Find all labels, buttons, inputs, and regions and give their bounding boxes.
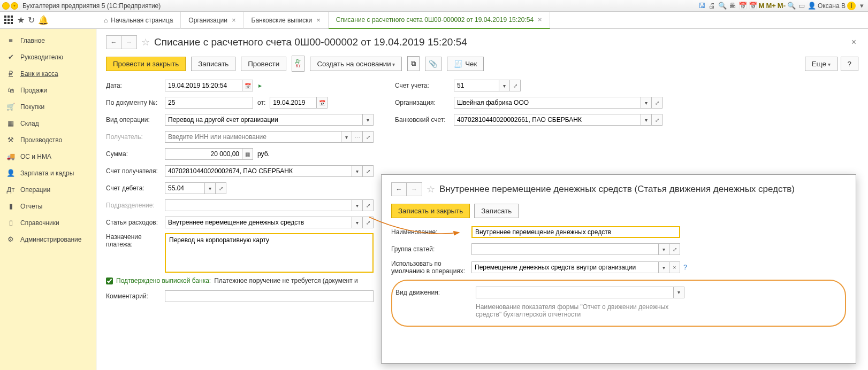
favorite-star-icon[interactable]: ☆ bbox=[141, 36, 150, 48]
open-icon[interactable]: ⤢ bbox=[652, 114, 663, 126]
calendar-icon[interactable]: 📅 bbox=[738, 2, 747, 10]
payee-input[interactable] bbox=[165, 131, 341, 143]
sidebar-item-3[interactable]: 🛍Продажи bbox=[0, 82, 96, 98]
comment-input[interactable] bbox=[165, 290, 374, 302]
close-icon[interactable]: × bbox=[316, 16, 321, 24]
nav-back-button[interactable]: ← bbox=[392, 183, 407, 196]
tab-organizations[interactable]: Организации × bbox=[181, 12, 243, 29]
zoom-icon[interactable]: 🔍 bbox=[787, 2, 796, 10]
docdate-input[interactable] bbox=[270, 97, 317, 109]
open-icon[interactable]: ⤢ bbox=[669, 243, 680, 255]
help-button[interactable]: ? bbox=[841, 57, 858, 71]
sidebar-item-12[interactable]: ⚙Администрирование bbox=[0, 231, 96, 248]
post-button[interactable]: Провести bbox=[241, 57, 286, 71]
dropdown-icon[interactable]: ▾ bbox=[641, 97, 652, 109]
sidebar-item-5[interactable]: ▦Склад bbox=[0, 115, 96, 132]
popup-group-input[interactable] bbox=[471, 243, 659, 255]
close-document-button[interactable]: × bbox=[851, 37, 858, 47]
dropdown-icon[interactable]: ▾ bbox=[659, 243, 669, 255]
tab-home[interactable]: ⌂ Начальная страница bbox=[96, 12, 181, 29]
popup-save-close-button[interactable]: Записать и закрыть bbox=[391, 204, 470, 218]
open-icon[interactable]: ⤢ bbox=[363, 217, 374, 228]
memory-m-icon[interactable]: M bbox=[759, 2, 765, 10]
post-and-close-button[interactable]: Провести и закрыть bbox=[106, 57, 186, 71]
sidebar-item-9[interactable]: ДтОперации bbox=[0, 181, 96, 198]
more-button[interactable]: Еще bbox=[805, 57, 837, 71]
sidebar-item-0[interactable]: ≡Главное bbox=[0, 32, 96, 49]
help-link[interactable]: ? bbox=[683, 264, 687, 271]
info-icon[interactable]: i bbox=[847, 2, 856, 10]
open-icon[interactable]: ⤢ bbox=[652, 97, 663, 109]
account-input[interactable] bbox=[454, 80, 499, 91]
purpose-textarea[interactable] bbox=[165, 233, 374, 273]
dropdown-icon[interactable]: ▾ bbox=[363, 114, 374, 126]
dt-kt-icon[interactable]: ДтКт bbox=[292, 56, 304, 72]
sidebar-item-8[interactable]: 👤Зарплата и кадры bbox=[0, 165, 96, 181]
popup-usedef-input[interactable] bbox=[471, 261, 659, 273]
open-icon[interactable]: ⤢ bbox=[510, 80, 521, 91]
print-icon[interactable]: 🖨 bbox=[708, 2, 717, 10]
debacct-input[interactable] bbox=[165, 182, 205, 194]
dropdown-icon[interactable]: ▾ bbox=[499, 80, 510, 91]
apps-grid-icon[interactable] bbox=[4, 16, 14, 25]
history-icon[interactable]: ↻ bbox=[28, 15, 35, 25]
open-icon[interactable]: ⤢ bbox=[363, 199, 374, 211]
save-button[interactable]: Записать bbox=[191, 57, 235, 71]
bell-icon[interactable]: 🔔 bbox=[38, 15, 49, 25]
calendar-picker-icon[interactable]: 📅 bbox=[317, 97, 328, 109]
sidebar-item-4[interactable]: 🛒Покупки bbox=[0, 98, 96, 115]
calendar2-icon[interactable]: 📅 bbox=[749, 2, 757, 10]
popup-save-button[interactable]: Записать bbox=[474, 204, 519, 218]
docnum-input[interactable] bbox=[165, 97, 253, 109]
open-icon[interactable]: ⤢ bbox=[216, 182, 226, 194]
attachment-icon[interactable]: 📎 bbox=[425, 57, 441, 71]
date-input[interactable] bbox=[165, 80, 242, 91]
sidebar-item-2[interactable]: ₽Банк и касса bbox=[0, 65, 96, 82]
bankacct-input[interactable] bbox=[454, 114, 641, 126]
close-icon[interactable]: × bbox=[232, 16, 236, 24]
sidebar-item-10[interactable]: ▮Отчеты bbox=[0, 198, 96, 214]
dropdown-icon[interactable]: ▾ bbox=[341, 131, 352, 143]
nav-back-button[interactable]: ← bbox=[106, 36, 121, 49]
ellipsis-icon[interactable]: ⋯ bbox=[352, 131, 363, 143]
dropdown-icon[interactable]: ▾ bbox=[352, 199, 363, 211]
dropdown-icon[interactable]: ▾ bbox=[352, 217, 363, 228]
close-icon[interactable]: × bbox=[538, 16, 542, 24]
open-icon[interactable]: ⤢ bbox=[363, 131, 374, 143]
tab-current-document[interactable]: Списание с расчетного счета 0Ш00-000002 … bbox=[329, 12, 550, 29]
print2-icon[interactable]: 🖶 bbox=[728, 2, 737, 10]
dept-input[interactable] bbox=[165, 199, 352, 211]
menu-caret-icon[interactable]: ▾ bbox=[857, 2, 866, 10]
sidebar-item-7[interactable]: 🚚ОС и НМА bbox=[0, 148, 96, 165]
popup-movetype-input[interactable] bbox=[476, 287, 674, 298]
create-based-on-button[interactable]: Создать на основании bbox=[310, 57, 402, 71]
star-icon[interactable]: ★ bbox=[17, 15, 25, 25]
confirmed-checkbox[interactable] bbox=[106, 278, 113, 284]
user-name[interactable]: Оксана В bbox=[818, 2, 846, 10]
tab-bank-statements[interactable]: Банковские выписки × bbox=[244, 12, 329, 29]
calendar-picker-icon[interactable]: 📅 bbox=[242, 80, 253, 91]
app-menu-button[interactable]: ▾ bbox=[11, 2, 18, 10]
memory-mplus-icon[interactable]: M+ bbox=[766, 2, 775, 10]
nav-forward-button[interactable]: → bbox=[121, 36, 136, 49]
popup-name-input[interactable] bbox=[471, 226, 680, 238]
favorite-star-icon[interactable]: ☆ bbox=[427, 183, 435, 195]
dropdown-icon[interactable]: ▾ bbox=[659, 261, 669, 273]
calculator-icon[interactable]: ▦ bbox=[242, 148, 253, 160]
expitem-input[interactable] bbox=[165, 217, 352, 228]
memory-mminus-icon[interactable]: M- bbox=[778, 2, 786, 10]
nav-forward-button[interactable]: → bbox=[407, 183, 422, 196]
preview-icon[interactable]: 🔍 bbox=[718, 2, 727, 10]
recacct-input[interactable] bbox=[165, 165, 352, 177]
clear-icon[interactable]: × bbox=[669, 261, 680, 273]
sum-input[interactable] bbox=[165, 148, 242, 160]
open-icon[interactable]: ⤢ bbox=[363, 165, 374, 177]
receipt-button[interactable]: 🧾 Чек bbox=[447, 57, 484, 71]
windows-icon[interactable]: ▭ bbox=[797, 2, 806, 10]
sidebar-item-6[interactable]: ⚒Производство bbox=[0, 132, 96, 148]
sidebar-item-11[interactable]: ▯Справочники bbox=[0, 214, 96, 231]
org-input[interactable] bbox=[454, 97, 641, 109]
structure-icon[interactable]: ⧉ bbox=[407, 56, 420, 71]
dropdown-icon[interactable]: ▾ bbox=[641, 114, 652, 126]
dropdown-icon[interactable]: ▾ bbox=[205, 182, 216, 194]
